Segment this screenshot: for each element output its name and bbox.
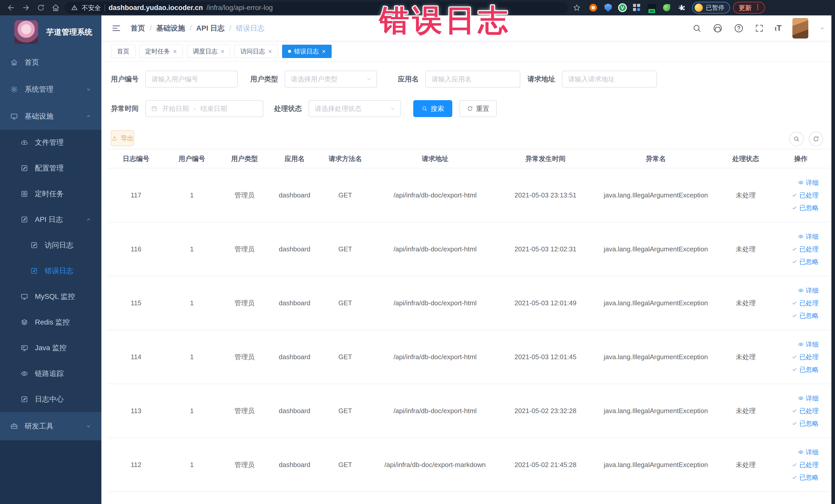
eye-icon [798,287,804,293]
action-processed-link[interactable]: 已处理 [792,191,819,200]
action-processed-link[interactable]: 已处理 [792,461,819,469]
extension-on-badge-icon[interactable]: on [647,3,657,13]
browser-update-button[interactable]: 更新 [733,2,765,14]
sidebar-item-config-management[interactable]: 配置管理 [0,155,101,181]
extensions-puzzle-icon[interactable] [677,3,686,13]
sidebar-item-mysql-monitor[interactable]: MySQL 监控 [0,284,101,309]
sidebar-item-scheduled-tasks[interactable]: 定时任务 [0,181,101,207]
sidebar-item-redis-monitor[interactable]: Redis 监控 [0,309,101,335]
tab-error-log[interactable]: 错误日志× [282,45,332,58]
request-url-input[interactable] [562,70,657,87]
sidebar-item-java-monitor[interactable]: Java 监控 [0,335,101,361]
chevron-up-icon [85,217,91,223]
header-search-icon[interactable] [692,23,702,33]
column-header-process-status: 处理状态 [720,154,771,163]
browser-forward-icon[interactable] [20,2,32,14]
sidebar-item-file-management[interactable]: 文件管理 [0,130,101,155]
refresh-table-button[interactable] [809,132,823,146]
breadcrumb-item[interactable]: API 日志 [196,23,225,33]
action-ignored-link[interactable]: 已忽略 [792,311,819,320]
close-tab-icon[interactable]: × [322,48,326,55]
address-bar[interactable]: 不安全 dashboard.yudao.iocoder.cn /infra/lo… [65,2,568,14]
sidebar-item-log-center[interactable]: 日志中心 [0,386,101,412]
window-scrollbar-strip[interactable] [831,0,835,504]
refresh-icon [467,105,473,112]
sidebar-item-label: 文件管理 [35,138,64,147]
user-type-select[interactable]: 请选择用户类型 [285,70,377,87]
process-status-select[interactable]: 请选择处理状态 [308,100,401,117]
export-button[interactable]: 导出 [111,130,134,146]
action-processed-link[interactable]: 已处理 [792,245,819,254]
help-icon[interactable] [734,23,744,33]
extension-shield-icon[interactable] [603,3,613,13]
breadcrumb-item[interactable]: 基础设施 [156,23,185,33]
tab-schedule-log[interactable]: 调度日志× [187,45,230,58]
font-size-icon[interactable]: tT [775,23,781,33]
extension-green-v-icon[interactable]: V [618,3,627,12]
sidebar-item-dev-tools[interactable]: 研发工具 [0,412,101,440]
check-icon [792,192,797,198]
close-tab-icon[interactable]: × [221,48,224,55]
sidebar-item-api-log[interactable]: API 日志 [0,207,101,233]
action-detail-link[interactable]: 详细 [798,448,819,457]
user-id-input[interactable] [145,70,238,87]
sidebar-item-system-management[interactable]: 系统管理 [0,76,101,103]
user-avatar[interactable] [792,18,808,39]
sidebar-item-home[interactable]: 首页 [0,49,101,76]
sidebar-item-trace[interactable]: 链路追踪 [0,361,101,386]
bookmark-star-icon[interactable] [571,2,583,14]
cell-app-name: dashboard [269,245,320,253]
sidebar-item-error-log[interactable]: 错误日志 [0,258,101,284]
action-ignored-link[interactable]: 已忽略 [792,419,819,428]
request-url-label: 请求地址 [528,75,555,84]
search-button[interactable]: 搜索 [413,100,452,117]
cell-user-type: 管理员 [220,352,269,362]
column-header-app-name: 应用名 [269,154,320,163]
date-range-picker[interactable]: 开始日期 - 结束日期 [145,100,263,117]
cell-process-status: 未处理 [720,352,771,362]
app-name-input[interactable] [425,70,520,87]
tab-access-log[interactable]: 访问日志× [235,45,278,58]
github-icon[interactable] [713,23,723,33]
extension-grid-icon[interactable] [632,3,642,13]
extensions-row: V on [588,3,686,13]
browser-reload-icon[interactable] [35,2,47,14]
action-ignored-link[interactable]: 已忽略 [792,473,819,482]
sidebar-item-access-log[interactable]: 访问日志 [0,233,101,258]
breadcrumb-item[interactable]: 首页 [131,23,145,33]
action-processed-link[interactable]: 已处理 [792,299,819,307]
fullscreen-icon[interactable] [755,24,764,33]
action-label: 已忽略 [799,311,819,320]
breadcrumb: 首页/基础设施/API 日志/错误日志 [131,23,265,33]
sidebar-item-infrastructure[interactable]: 基础设施 [0,103,101,130]
browser-menu-kebab-icon[interactable] [754,3,762,13]
action-processed-link[interactable]: 已处理 [792,407,819,415]
cell-process-status: 未处理 [720,406,771,416]
browser-back-icon[interactable] [5,2,17,14]
tab-scheduled-tasks[interactable]: 定时任务× [139,45,183,58]
action-label: 已处理 [799,461,819,469]
browser-home-icon[interactable] [50,2,62,14]
action-detail-link[interactable]: 详细 [798,233,819,241]
action-ignored-link[interactable]: 已忽略 [792,204,819,212]
extension-leaf-icon[interactable] [662,3,672,13]
action-detail-link[interactable]: 详细 [798,286,819,295]
extension-orange-ring-icon[interactable] [588,3,598,13]
sidebar-collapse-icon[interactable] [111,23,121,33]
action-processed-link[interactable]: 已处理 [792,353,819,361]
close-tab-icon[interactable]: × [268,48,272,55]
action-detail-link[interactable]: 详细 [798,394,819,403]
profile-paused-chip[interactable]: 已暂停 [692,2,730,14]
reset-button[interactable]: 重置 [460,100,497,117]
action-ignored-link[interactable]: 已忽略 [792,258,819,266]
sidebar-item-label: MySQL 监控 [35,292,75,301]
tab-home[interactable]: 首页 [111,45,135,58]
action-detail-link[interactable]: 详细 [798,178,819,187]
action-ignored-link[interactable]: 已忽略 [792,365,819,374]
tab-label: 定时任务 [145,47,170,56]
toggle-search-button[interactable] [789,132,804,146]
action-detail-link[interactable]: 详细 [798,340,819,349]
app-logo-row[interactable]: 芋道管理系统 [0,15,101,49]
user-menu-caret-icon[interactable] [819,25,825,31]
close-tab-icon[interactable]: × [173,48,177,55]
